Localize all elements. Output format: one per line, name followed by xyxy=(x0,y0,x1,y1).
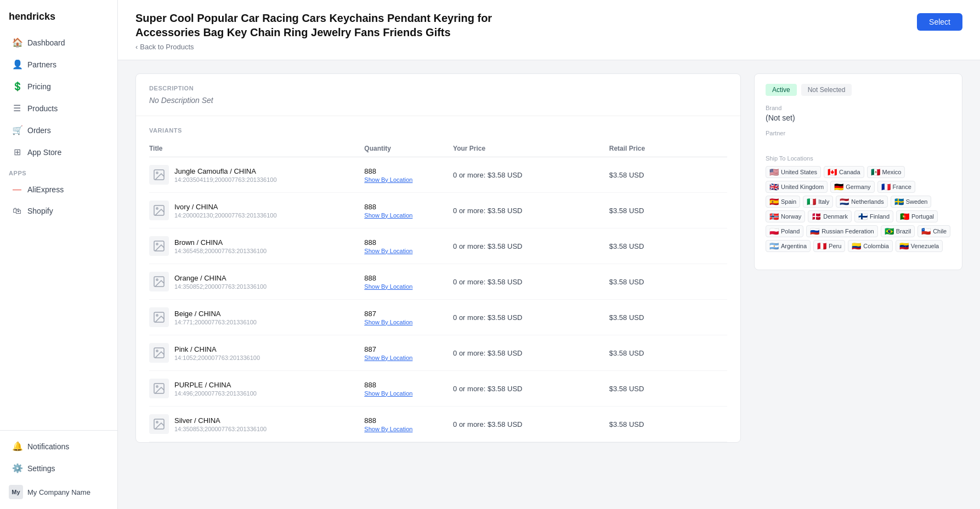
variant-image xyxy=(149,272,169,291)
variant-quantity: 888 Show By Location xyxy=(364,381,449,397)
variant-sku: 14:200002130;200007763:201336100 xyxy=(174,212,277,219)
variant-sku: 14:771;200007763:201336100 xyxy=(174,319,257,325)
location-name: Argentina xyxy=(781,243,807,249)
sidebar-label-orders: Orders xyxy=(27,126,51,135)
location-name: Spain xyxy=(781,198,796,205)
variant-image xyxy=(149,165,169,185)
active-badge: Active xyxy=(766,84,797,96)
aliexpress-icon: — xyxy=(12,185,22,195)
show-location-link[interactable]: Show By Location xyxy=(364,390,449,397)
sidebar-label-dashboard: Dashboard xyxy=(27,38,65,47)
location-chip: 🇳🇱Netherlands xyxy=(836,196,887,208)
partner-value xyxy=(766,139,951,147)
variants-section: VARIANTS Title Quantity Your Price Retai… xyxy=(136,116,740,442)
variant-image xyxy=(149,236,169,256)
left-panel: DESCRIPTION No Description Set VARIANTS … xyxy=(135,73,741,443)
flag-icon: 🇩🇪 xyxy=(834,182,843,191)
variant-retail-price: $3.58 USD xyxy=(609,278,727,286)
show-location-link[interactable]: Show By Location xyxy=(364,426,449,432)
main-content: Super Cool Popular Car Racing Cars Keych… xyxy=(118,0,980,509)
ship-label: Ship To Locations xyxy=(766,155,951,162)
location-name: Chile xyxy=(933,228,947,235)
sidebar-item-settings[interactable]: ⚙️ Settings xyxy=(3,457,114,479)
back-link[interactable]: ‹ Back to Products xyxy=(135,43,519,51)
variant-name: Silver / CHINA xyxy=(174,416,267,425)
svg-point-13 xyxy=(156,386,158,387)
variant-title-cell: Brown / CHINA 14:365458;200007763:201336… xyxy=(149,236,360,256)
flag-icon: 🇵🇱 xyxy=(769,227,779,236)
sidebar-label-notifications: Notifications xyxy=(27,442,69,451)
sidebar-item-shopify[interactable]: 🛍 Shopify xyxy=(3,201,114,221)
location-chip: 🇵🇱Poland xyxy=(766,225,803,237)
company-name: My Company Name xyxy=(27,488,90,496)
location-chip: 🇺🇸United States xyxy=(766,166,821,178)
location-chip: 🇻🇪Venezuela xyxy=(896,240,943,252)
variant-retail-price: $3.58 USD xyxy=(609,242,727,250)
variant-quantity: 888 Show By Location xyxy=(364,274,449,290)
variant-sku: 14:1052;200007763:201336100 xyxy=(174,354,260,361)
location-name: Russian Federation xyxy=(822,228,874,235)
grid-icon: ⊞ xyxy=(12,147,22,157)
sidebar-item-notifications[interactable]: 🔔 Notifications xyxy=(3,436,114,457)
content-area: DESCRIPTION No Description Set VARIANTS … xyxy=(118,60,980,456)
location-chip: 🇩🇰Denmark xyxy=(808,210,852,222)
variant-name: Ivory / CHINA xyxy=(174,203,277,211)
sidebar-item-dashboard[interactable]: 🏠 Dashboard xyxy=(3,32,114,53)
flag-icon: 🇸🇪 xyxy=(894,197,904,206)
location-name: Colombia xyxy=(863,243,888,249)
variant-your-price: 0 or more: $3.58 USD xyxy=(453,420,605,428)
description-label: DESCRIPTION xyxy=(149,85,727,91)
not-selected-badge: Not Selected xyxy=(801,84,852,96)
locations-grid: 🇺🇸United States🇨🇦Canada🇲🇽Mexico🇬🇧United … xyxy=(766,166,951,252)
flag-icon: 🇨🇱 xyxy=(921,227,931,236)
variant-your-price: 0 or more: $3.58 USD xyxy=(453,313,605,322)
variant-your-price: 0 or more: $3.58 USD xyxy=(453,385,605,393)
location-name: United States xyxy=(781,169,817,175)
variant-name: Jungle Camoufla / CHINA xyxy=(174,167,277,175)
location-chip: 🇨🇦Canada xyxy=(824,166,864,178)
location-chip: 🇫🇮Finland xyxy=(854,210,893,222)
show-location-link[interactable]: Show By Location xyxy=(364,319,449,325)
sidebar-item-orders[interactable]: 🛒 Orders xyxy=(3,119,114,141)
location-chip: 🇪🇸Spain xyxy=(766,196,800,208)
show-location-link[interactable]: Show By Location xyxy=(364,212,449,219)
settings-icon: ⚙️ xyxy=(12,463,22,473)
variant-sku: 14:496;200007763:201336100 xyxy=(174,390,257,397)
right-panel: Active Not Selected Brand (Not set) Part… xyxy=(754,73,962,443)
flag-icon: 🇫🇮 xyxy=(858,212,868,221)
show-location-link[interactable]: Show By Location xyxy=(364,283,449,290)
sidebar-item-products[interactable]: ☰ Products xyxy=(3,98,114,119)
location-name: France xyxy=(893,184,911,190)
variant-your-price: 0 or more: $3.58 USD xyxy=(453,278,605,286)
flag-icon: 🇨🇦 xyxy=(828,168,837,176)
svg-point-15 xyxy=(156,421,158,423)
variant-retail-price: $3.58 USD xyxy=(609,207,727,215)
select-button[interactable]: Select xyxy=(917,13,962,31)
location-name: Germany xyxy=(846,184,870,190)
flag-icon: 🇲🇽 xyxy=(871,168,880,176)
location-chip: 🇷🇺Russian Federation xyxy=(806,225,877,237)
flag-icon: 🇳🇴 xyxy=(769,212,779,221)
flag-icon: 🇬🇧 xyxy=(769,182,779,191)
sidebar-item-pricing[interactable]: 💲 Pricing xyxy=(3,76,114,97)
flag-icon: 🇺🇸 xyxy=(769,168,779,176)
show-location-link[interactable]: Show By Location xyxy=(364,354,449,361)
show-location-link[interactable]: Show By Location xyxy=(364,176,449,183)
location-chip: 🇨🇱Chile xyxy=(917,225,950,237)
location-name: Sweden xyxy=(906,198,928,205)
sidebar-item-aliexpress[interactable]: — AliExpress xyxy=(3,179,114,200)
flag-icon: 🇳🇱 xyxy=(840,197,849,206)
variant-image xyxy=(149,201,169,220)
cart-icon: 🛒 xyxy=(12,125,22,135)
user-icon: 👤 xyxy=(12,59,22,70)
location-chip: 🇩🇪Germany xyxy=(830,181,874,193)
show-location-link[interactable]: Show By Location xyxy=(364,248,449,254)
sidebar-item-partners[interactable]: 👤 Partners xyxy=(3,54,114,75)
sidebar-item-app-store[interactable]: ⊞ App Store xyxy=(3,141,114,163)
variant-retail-price: $3.58 USD xyxy=(609,171,727,179)
location-name: United Kingdom xyxy=(781,184,824,190)
ship-field: Ship To Locations 🇺🇸United States🇨🇦Canad… xyxy=(766,155,951,252)
variant-quantity: 887 Show By Location xyxy=(364,345,449,361)
col-title: Title xyxy=(149,145,360,152)
company-switcher[interactable]: My My Company Name xyxy=(0,479,117,505)
